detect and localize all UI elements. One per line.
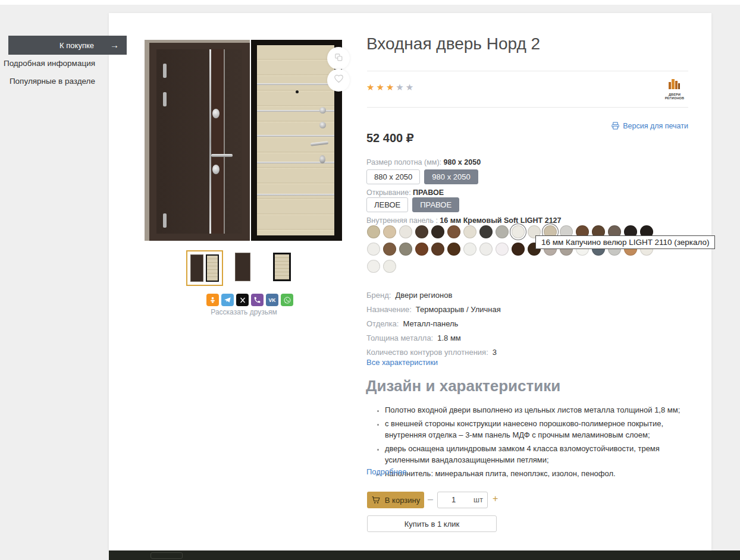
x-twitter-icon[interactable] — [236, 294, 249, 306]
thumb-light-door — [273, 253, 291, 281]
heart-icon — [334, 74, 344, 87]
panel-swatch[interactable] — [383, 260, 396, 273]
viber-icon[interactable] — [251, 294, 264, 306]
brand-logo[interactable]: ДВЕРИ РЕГИОНОВ — [659, 77, 690, 100]
attribute-label: Назначение: — [366, 305, 412, 314]
panel-swatch[interactable] — [512, 243, 525, 256]
panel-swatch[interactable] — [367, 260, 380, 273]
panel-swatch[interactable] — [447, 225, 460, 238]
panel-swatch[interactable] — [496, 243, 509, 256]
page-title: Входная дверь Норд 2 — [366, 34, 540, 54]
panel-swatch[interactable] — [479, 225, 493, 238]
size-option-980x2050[interactable]: 980 x 2050 — [424, 169, 478, 184]
panel-swatch[interactable] — [367, 243, 380, 256]
footer-chip — [150, 552, 183, 559]
feature-item: дверь оснащена цилиндровым замком 4 клас… — [385, 443, 697, 465]
attribute-value: 3 — [493, 348, 497, 357]
panel-swatch[interactable] — [496, 225, 509, 238]
panel-swatch[interactable] — [399, 225, 412, 238]
quantity-plus[interactable]: + — [493, 493, 498, 504]
divider — [367, 107, 688, 108]
product-price: 52 400 ₽ — [366, 131, 413, 145]
more-link[interactable]: Подробнее — [366, 467, 406, 476]
attribute-value-link[interactable]: Двери регионов — [395, 291, 452, 300]
thumbnail-both-doors[interactable] — [186, 250, 223, 286]
sidebar-item-details[interactable]: Подробная информация — [0, 59, 95, 68]
star-icon[interactable]: ★ — [406, 82, 415, 92]
share-buttons: VK — [206, 294, 293, 306]
printer-icon — [611, 121, 620, 130]
star-icon[interactable]: ★ — [376, 82, 385, 92]
panel-swatch[interactable] — [463, 243, 476, 256]
attribute-label: Бренд: — [366, 291, 391, 300]
attribute-value: 1.8 мм — [437, 334, 461, 342]
opening-option-left[interactable]: ЛЕВОЕ — [366, 197, 408, 212]
sidebar-item-to-purchase[interactable]: К покупке → — [8, 36, 127, 55]
quantity-stepper[interactable]: 1 шт — [437, 492, 488, 508]
attribute-row: Назначение:Терморазрыв / Уличная — [366, 305, 501, 314]
feature-list: Полотно входной двери выполнено из цельн… — [377, 404, 697, 482]
sidebar-item-popular[interactable]: Популярные в разделе — [0, 77, 95, 86]
cart-icon — [371, 495, 381, 505]
buy-one-click-button[interactable]: Купить в 1 клик — [367, 515, 497, 532]
footer-bar — [109, 550, 740, 560]
panel-swatch[interactable] — [431, 243, 444, 256]
feature-item: Полотно входной двери выполнено из цельн… — [385, 404, 697, 416]
star-icon[interactable]: ★ — [366, 82, 376, 92]
panel-swatch[interactable] — [479, 243, 493, 256]
thumbnail-light-door[interactable] — [269, 252, 295, 282]
favorite-button[interactable] — [327, 69, 350, 92]
quantity-minus[interactable]: – — [428, 494, 433, 505]
rating-stars[interactable]: ★★★★★ — [366, 82, 415, 93]
door-interior-photo — [251, 40, 342, 241]
panel-swatch[interactable] — [415, 243, 428, 256]
panel-swatch[interactable] — [512, 225, 525, 238]
thumb-dark-door — [190, 254, 203, 282]
panel-swatch[interactable] — [367, 225, 380, 238]
vk-icon[interactable]: VK — [266, 294, 278, 306]
brand-logo-text: ДВЕРИ РЕГИОНОВ — [659, 93, 690, 100]
star-icon[interactable]: ★ — [386, 82, 396, 92]
all-specs-link[interactable]: Все характеристики — [366, 358, 438, 367]
attribute-row: Отделка:Металл-панель — [366, 319, 501, 328]
compare-icon — [334, 52, 344, 65]
attribute-value: Металл-панель — [403, 319, 458, 328]
thumb-dark-door — [235, 253, 250, 281]
panel-swatch[interactable] — [463, 225, 476, 238]
panel-swatch[interactable] — [383, 225, 396, 238]
opening-options: ЛЕВОЕ ПРАВОЕ — [366, 197, 459, 212]
attribute-label: Отделка: — [366, 319, 399, 328]
panel-swatch[interactable] — [431, 225, 444, 238]
door-exterior-photo — [145, 40, 250, 241]
swatch-tooltip: 16 мм Капучино велюр LIGHT 2110 (зеркало… — [535, 235, 715, 249]
feature-item: с внешней стороны конструкции нанесено п… — [385, 418, 697, 441]
panel-swatch[interactable] — [447, 243, 460, 256]
add-to-cart-button[interactable]: В корзину — [367, 492, 424, 508]
telegram-icon[interactable] — [221, 294, 234, 306]
arrow-right-icon: → — [110, 40, 119, 50]
feature-item: наполнитель: минеральная плита, пеноплэк… — [385, 468, 697, 479]
divider — [367, 71, 688, 71]
attribute-row: Количество контуров уплотнения:3 — [366, 348, 501, 357]
section-title: Дизайн и характеристики — [366, 377, 560, 395]
whatsapp-icon[interactable] — [281, 294, 293, 306]
panel-swatches — [367, 225, 653, 277]
share-label: Рассказать друзьям — [196, 308, 291, 316]
size-option-880x2050[interactable]: 880 x 2050 — [366, 169, 420, 184]
attribute-row: Толщина металла:1.8 мм — [366, 334, 501, 342]
quantity-unit: шт — [469, 492, 487, 508]
panel-swatch[interactable] — [399, 243, 412, 256]
thumbnail-dark-door[interactable] — [228, 252, 258, 282]
attribute-value: Терморазрыв / Уличная — [416, 305, 501, 314]
compare-button[interactable] — [327, 47, 350, 70]
odnoklassniki-icon[interactable] — [206, 294, 219, 306]
opening-option-right[interactable]: ПРАВОЕ — [412, 197, 459, 212]
quantity-value[interactable]: 1 — [438, 492, 469, 508]
print-version-link[interactable]: Версия для печати — [611, 121, 688, 130]
top-strip — [0, 0, 740, 5]
attribute-list: Бренд:Двери регионовНазначение:Терморазр… — [366, 291, 501, 362]
star-icon[interactable]: ★ — [396, 82, 405, 92]
panel-swatch[interactable] — [383, 243, 396, 256]
product-main-image[interactable] — [145, 40, 342, 241]
panel-swatch[interactable] — [415, 225, 428, 238]
